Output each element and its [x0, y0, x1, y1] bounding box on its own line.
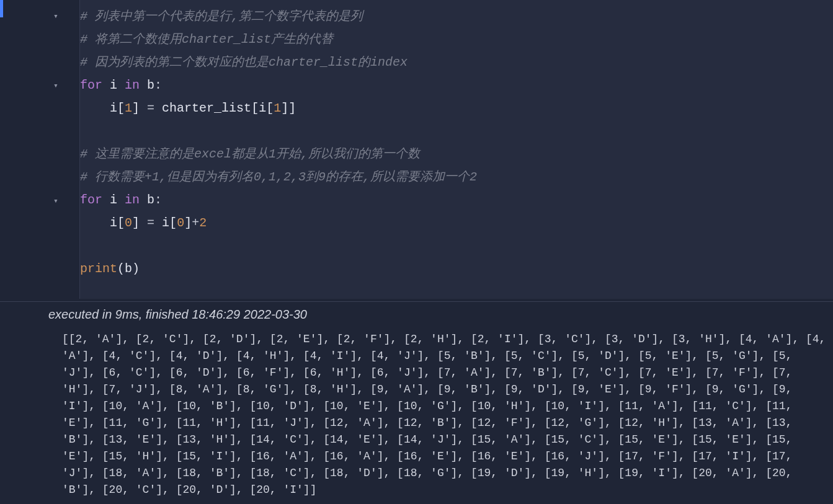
keyword-for: for	[80, 78, 102, 92]
code-comment: # 行数需要+1,但是因为有列名0,1,2,3到9的存在,所以需要添加一个2	[80, 170, 477, 184]
identifier: i	[110, 101, 117, 115]
bracket: ]	[132, 101, 140, 115]
bracket: [	[169, 216, 177, 230]
number: 0	[177, 216, 184, 230]
operator: +	[192, 216, 199, 230]
operator: =	[140, 101, 162, 115]
bracket: ]	[288, 101, 296, 115]
stdout-text: [[2, 'A'], [2, 'C'], [2, 'D'], [2, 'E'],…	[0, 331, 833, 498]
bracket: [	[266, 101, 274, 115]
identifier: b	[147, 193, 154, 207]
number: 1	[274, 101, 281, 115]
number: 0	[125, 216, 132, 230]
number: 2	[199, 216, 207, 230]
colon: :	[154, 78, 162, 92]
code-content[interactable]: # 列表中第一个代表的是行,第二个数字代表的是列 # 将第二个数使用charte…	[80, 0, 833, 290]
bracket: ]	[132, 216, 140, 230]
keyword-in: in	[125, 78, 140, 92]
code-editor[interactable]: # 列表中第一个代表的是行,第二个数字代表的是列 # 将第二个数使用charte…	[79, 0, 833, 299]
run-indicator[interactable]	[0, 0, 3, 17]
bracket: ]	[184, 216, 192, 230]
fold-arrow-icon[interactable]: ▾	[53, 11, 58, 23]
keyword-in: in	[125, 193, 140, 207]
paren: (	[117, 262, 125, 276]
identifier: i	[110, 193, 117, 207]
identifier: b	[125, 262, 132, 276]
colon: :	[154, 193, 162, 207]
bracket: ]	[281, 101, 288, 115]
cell-gutter: ▾ ▾ ▾	[0, 0, 79, 299]
identifier: charter_list	[162, 101, 251, 115]
code-comment: # 列表中第一个代表的是行,第二个数字代表的是列	[80, 9, 363, 24]
builtin-print: print	[80, 262, 117, 276]
code-comment: # 将第二个数使用charter_list产生的代替	[80, 32, 333, 46]
bracket: [	[117, 101, 125, 115]
bracket: [	[117, 216, 125, 230]
identifier: i	[110, 78, 117, 92]
number: 1	[125, 101, 132, 115]
code-comment: # 这里需要注意的是excel都是从1开始,所以我们的第一个数	[80, 147, 420, 161]
identifier: b	[147, 78, 154, 92]
execution-status: executed in 9ms, finished 18:46:29 2022-…	[0, 301, 833, 331]
output-area: executed in 9ms, finished 18:46:29 2022-…	[0, 299, 833, 498]
code-comment: # 因为列表的第二个数对应的也是charter_list的index	[80, 55, 408, 69]
fold-arrow-icon[interactable]: ▾	[53, 196, 58, 208]
identifier: i	[259, 101, 266, 115]
bracket: [	[251, 101, 259, 115]
keyword-for: for	[80, 193, 102, 207]
identifier: i	[162, 216, 169, 230]
code-cell: ▾ ▾ ▾ # 列表中第一个代表的是行,第二个数字代表的是列 # 将第二个数使用…	[0, 0, 833, 299]
operator: =	[140, 216, 162, 230]
paren: )	[132, 262, 140, 276]
fold-arrow-icon[interactable]: ▾	[53, 81, 58, 92]
identifier: i	[110, 216, 117, 230]
